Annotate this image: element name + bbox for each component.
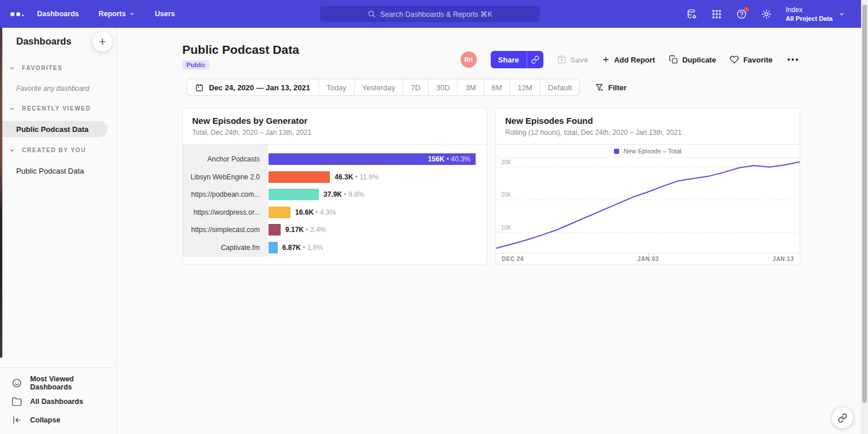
bar-category-label: https://podbean.com... xyxy=(183,190,268,198)
sidebar-item-most-viewed-dashboards[interactable]: Most Viewed Dashboards xyxy=(0,374,116,392)
save-button[interactable]: Save xyxy=(557,55,588,64)
nav-item-users[interactable]: Users xyxy=(155,10,175,18)
share-button-label[interactable]: Share xyxy=(491,51,527,68)
logo-dot xyxy=(10,12,14,16)
sidebar-item-label: Public Podcast Data xyxy=(16,167,84,175)
date-toolbar: Dec 24, 2020 — Jan 13, 2021 TodayYesterd… xyxy=(186,79,627,96)
sidebar-collapse-button[interactable]: Collapse xyxy=(0,411,116,429)
preset-30d[interactable]: 30D xyxy=(428,79,458,95)
app-logo[interactable] xyxy=(0,12,28,16)
date-range-group: Dec 24, 2020 — Jan 13, 2021 TodayYesterd… xyxy=(186,79,580,96)
project-selector[interactable]: Index All Project Data xyxy=(786,6,845,23)
x-tick-label: DEC 24 xyxy=(502,256,524,262)
bar-value-label: 6.87K • 1.8% xyxy=(282,244,323,252)
filter-funnel-icon xyxy=(595,83,604,92)
chart-legend: New Episode – Total xyxy=(496,145,800,157)
chevron-down-icon xyxy=(129,11,135,17)
bar xyxy=(269,224,281,236)
section-label: FAVORITES xyxy=(22,65,62,71)
bar-value-label: 37.9K • 9.8% xyxy=(323,190,364,198)
filter-button[interactable]: Filter xyxy=(595,83,627,92)
sidebar-section-favorites[interactable]: FAVORITES xyxy=(0,65,117,71)
bar-value-label: 46.3K • 11.9% xyxy=(334,173,378,181)
heart-icon xyxy=(730,55,739,64)
help-icon[interactable] xyxy=(736,9,747,20)
bar-row: Anchor Podcasts156K • 40.3% xyxy=(183,150,487,168)
filter-label: Filter xyxy=(608,83,627,92)
scrollbar-thumb[interactable] xyxy=(862,5,867,403)
bar xyxy=(269,207,290,218)
card-new-episodes-by-generator: New Episodes by Generator Total, Dec 24t… xyxy=(182,108,487,265)
section-label: RECENTLY VIEWED xyxy=(22,105,91,112)
more-options-button[interactable] xyxy=(786,56,799,63)
sidebar-section-recently-viewed[interactable]: RECENTLY VIEWED xyxy=(0,105,117,112)
sidebar-section-created-by-you[interactable]: CREATED BY YOU xyxy=(0,147,117,153)
date-range-label: Dec 24, 2020 — Jan 13, 2021 xyxy=(209,83,310,92)
project-subtitle: All Project Data xyxy=(786,14,833,23)
chevron-down-icon xyxy=(838,11,845,17)
preset-6m[interactable]: 6M xyxy=(484,79,510,95)
favorite-label: Favorite xyxy=(743,56,773,64)
share-button[interactable]: Share xyxy=(491,51,543,68)
legend-label: New Episode – Total xyxy=(623,148,681,155)
bar: 156K • 40.3% xyxy=(269,153,476,165)
sidebar-item-public-podcast-data[interactable]: Public Podcast Data xyxy=(0,121,108,137)
preset-12m[interactable]: 12M xyxy=(510,79,540,95)
y-tick-label: 10K xyxy=(501,225,512,231)
page-scrollbar xyxy=(861,0,868,434)
nav-item-reports[interactable]: Reports xyxy=(98,10,135,18)
bar-value-label: 16.6K • 4.3% xyxy=(295,208,336,216)
bar-category-label: Anchor Podcasts xyxy=(183,155,268,163)
chevron-down-icon xyxy=(9,106,15,112)
data-sources-icon[interactable] xyxy=(686,9,697,20)
footer-item-label: All Dashboards xyxy=(30,398,83,406)
share-link-icon[interactable] xyxy=(527,51,543,68)
duplicate-icon xyxy=(669,55,678,64)
axis-tick xyxy=(648,253,649,256)
bar-chart-rows: Anchor Podcasts156K • 40.3%Libsyn WebEng… xyxy=(183,145,487,256)
bar-row: https://podbean.com...37.9K • 9.8% xyxy=(183,186,487,204)
header-actions: RH Share Save Add Report Duplicate xyxy=(461,51,799,68)
preset-yesterday[interactable]: Yesterday xyxy=(354,79,403,95)
settings-gear-icon[interactable] xyxy=(761,9,772,20)
nav-item-dashboards[interactable]: Dashboards xyxy=(37,10,79,18)
logo-dot xyxy=(22,14,24,16)
preset-buttons: TodayYesterday7D30D3M6M12MDefault xyxy=(318,79,579,95)
bar-row: Libsyn WebEngine 2.046.3K • 11.9% xyxy=(183,168,487,186)
bar-category-label: Libsyn WebEngine 2.0 xyxy=(183,173,268,181)
date-range-picker[interactable]: Dec 24, 2020 — Jan 13, 2021 xyxy=(187,79,318,95)
copy-link-fab[interactable] xyxy=(832,407,853,428)
sidebar: Dashboards FAVORITES Favorite any dashbo… xyxy=(0,28,117,434)
favorites-empty-text: Favorite any dashboard xyxy=(16,84,89,93)
preset-default[interactable]: Default xyxy=(540,79,579,95)
sidebar-item-all-dashboards[interactable]: All Dashboards xyxy=(0,392,116,411)
preset-3m[interactable]: 3M xyxy=(457,79,483,95)
bar-category-label: Captivate.fm xyxy=(183,244,268,252)
add-report-button[interactable]: Add Report xyxy=(602,56,655,64)
legend-swatch xyxy=(614,149,619,154)
bar-row: Captivate.fm6.87K • 1.8% xyxy=(183,239,487,257)
bar xyxy=(269,171,330,183)
add-dashboard-button[interactable] xyxy=(93,32,112,52)
avatar[interactable]: RH xyxy=(461,52,477,68)
preset-7d[interactable]: 7D xyxy=(403,79,428,95)
section-label: CREATED BY YOU xyxy=(22,147,86,153)
search-input[interactable]: Search Dashboards & Reports ⌘K xyxy=(320,6,540,22)
card-subtitle: Rolling (12 hours), total, Dec 24th, 202… xyxy=(505,128,790,137)
main-content: Public Podcast Data Public RH Share Save… xyxy=(117,28,861,434)
link-icon xyxy=(838,413,847,422)
top-nav: Dashboards Reports Users Search Dashboar… xyxy=(0,0,861,28)
save-label: Save xyxy=(571,56,588,64)
apps-grid-icon[interactable] xyxy=(711,9,722,20)
favorite-button[interactable]: Favorite xyxy=(730,55,773,64)
sidebar-item-public-podcast-data-2[interactable]: Public Podcast Data xyxy=(0,163,108,179)
card-header: New Episodes by Generator Total, Dec 24t… xyxy=(183,108,487,145)
project-name: Index xyxy=(786,6,833,14)
preset-today[interactable]: Today xyxy=(318,79,354,95)
project-text: Index All Project Data xyxy=(786,6,833,23)
search-icon xyxy=(367,10,376,18)
card-header: New Episodes Found Rolling (12 hours), t… xyxy=(496,108,800,145)
nav-right: Index All Project Data xyxy=(686,0,845,28)
background-window-edge xyxy=(0,28,2,358)
duplicate-button[interactable]: Duplicate xyxy=(669,55,716,64)
